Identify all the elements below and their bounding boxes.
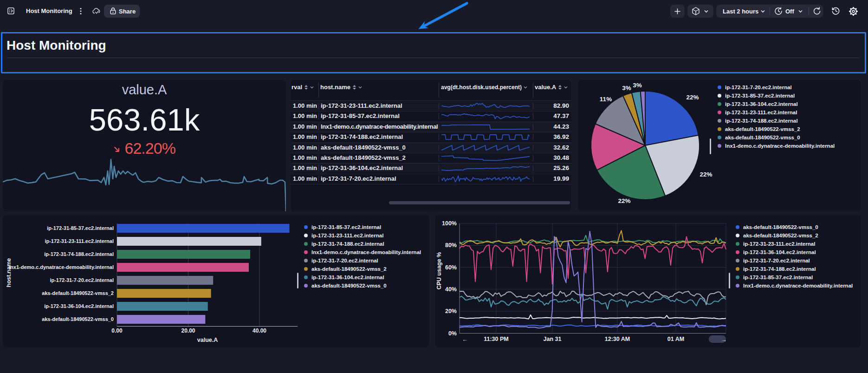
svg-text:3%: 3% — [633, 82, 642, 89]
svg-text:20%: 20% — [445, 308, 457, 314]
svg-text:22%: 22% — [700, 171, 712, 178]
svg-text:40.00: 40.00 — [253, 327, 266, 334]
svg-text:01 AM: 01 AM — [667, 336, 684, 342]
svg-text:11%: 11% — [600, 96, 612, 103]
svg-text:3%: 3% — [622, 85, 631, 92]
svg-text:11:30 PM: 11:30 PM — [484, 336, 509, 342]
svg-text:100%: 100% — [442, 220, 457, 227]
svg-text:80%: 80% — [445, 242, 457, 249]
svg-text:Jan 31: Jan 31 — [544, 336, 562, 342]
svg-text:→: → — [721, 336, 727, 343]
svg-text:value.A: value.A — [197, 337, 218, 343]
svg-text:←: ← — [462, 336, 468, 343]
svg-text:0.00: 0.00 — [111, 327, 123, 334]
svg-text:22%: 22% — [618, 197, 630, 204]
svg-text:40%: 40% — [445, 286, 457, 293]
svg-text:60%: 60% — [445, 264, 457, 271]
svg-text:20.00: 20.00 — [181, 327, 195, 334]
svg-text:22%: 22% — [686, 94, 699, 101]
svg-text:host.name: host.name — [6, 258, 12, 288]
svg-text:12:30 AM: 12:30 AM — [605, 336, 630, 342]
svg-text:CPU usage %: CPU usage % — [436, 252, 442, 290]
svg-text:0%: 0% — [448, 330, 457, 337]
